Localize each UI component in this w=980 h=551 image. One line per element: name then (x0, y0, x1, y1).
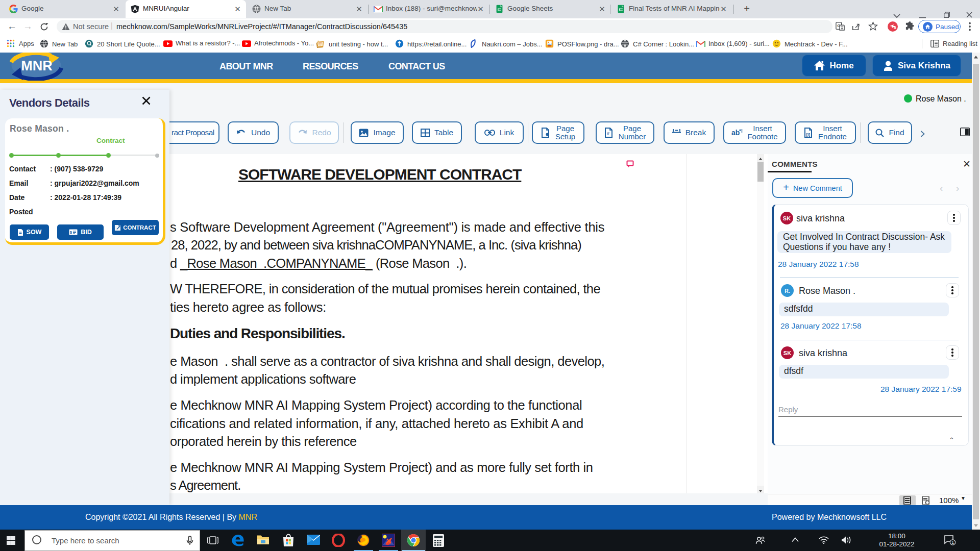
svg-text:ab: ab (731, 129, 740, 137)
svg-text:MNR: MNR (21, 58, 53, 73)
svg-text:1: 1 (951, 540, 954, 545)
svg-text:[i]: [i] (806, 132, 811, 137)
svg-text:$: $ (70, 231, 72, 235)
svg-text:B: B (894, 26, 896, 30)
svg-text:#: # (607, 131, 609, 136)
